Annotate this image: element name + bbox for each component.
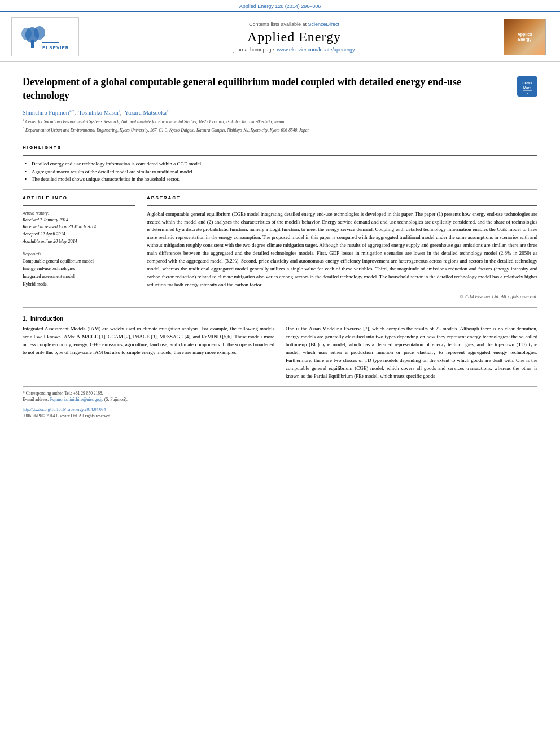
keyword-3: Integrated assessment model	[23, 273, 135, 281]
journal-title-area: Contents lists available at ScienceDirec…	[90, 21, 498, 53]
keywords-section: Keywords: Computable general equilibrium…	[23, 251, 135, 288]
article-info-col: ARTICLE INFO Article history: Received 7…	[23, 195, 135, 299]
citation-text: Applied Energy 128 (2014) 296–306	[239, 3, 321, 9]
keyword-1: Computable general equilibrium model	[23, 257, 135, 265]
keywords-list: Computable general equilibrium model Ene…	[23, 257, 135, 288]
abstract-divider	[147, 205, 537, 206]
crossmark-badge: Cross Mark ✓	[517, 76, 537, 97]
abstract-col: ABSTRACT A global computable general equ…	[147, 195, 537, 299]
date-received: Received 7 January 2014	[23, 217, 135, 224]
highlight-1: Detailed energy end-use technology infor…	[25, 160, 537, 168]
intro-left-text: Integrated Assessment Models (IAM) are w…	[23, 325, 274, 357]
svg-point-3	[21, 28, 32, 40]
highlights-list: Detailed energy end-use technology infor…	[25, 160, 537, 184]
homepage-label: journal homepage:	[233, 47, 275, 53]
crossmark-icon: Cross Mark ✓	[517, 76, 537, 97]
highlight-3: The detailed model shows unique characte…	[25, 176, 537, 184]
highlight-2: Aggregated macro results of the detailed…	[25, 168, 537, 176]
footer-notes: * Corresponding author. Tel.: +81 29 850…	[23, 386, 537, 419]
article-info-abstract-area: ARTICLE INFO Article history: Received 7…	[23, 195, 537, 299]
copyright-line: © 2014 Elsevier Ltd. All rights reserved…	[147, 294, 537, 299]
article-info-label: ARTICLE INFO	[23, 195, 135, 200]
authors-line: Shinichiro Fujimoria,*, Toshihiko Masuia…	[23, 108, 537, 116]
svg-point-2	[34, 26, 45, 40]
abstract-label: ABSTRACT	[147, 195, 537, 200]
paper-title-text: Development of a global computable gener…	[23, 75, 510, 103]
journal-citation: Applied Energy 128 (2014) 296–306	[0, 0, 560, 11]
section-number: 1.	[23, 316, 27, 322]
svg-text:Mark: Mark	[523, 86, 532, 89]
author-3: Yuzuru Matsuoka	[125, 109, 167, 115]
intro-heading: 1. Introduction	[23, 316, 537, 322]
keyword-2: Energy end-use technologies	[23, 265, 135, 273]
abstract-text: A global computable general equilibrium …	[147, 211, 537, 289]
keywords-label: Keywords:	[23, 251, 135, 256]
section-title: Introduction	[30, 316, 63, 322]
content-area: Development of a global computable gener…	[0, 62, 560, 424]
article-history: Article history: Received 7 January 2014…	[23, 211, 135, 246]
affiliation-1: a Center for Social and Environmental Sy…	[23, 117, 537, 125]
footer-doi[interactable]: http://dx.doi.org/10.1016/j.apenergy.201…	[23, 407, 537, 412]
svg-rect-4	[42, 42, 59, 43]
sciencedirect-line: Contents lists available at ScienceDirec…	[90, 21, 498, 27]
journal-header: ELSEVIER Contents lists available at Sci…	[0, 11, 560, 62]
article-info-divider	[23, 205, 135, 206]
star-note: * Corresponding author. Tel.: +81 29 850…	[23, 390, 537, 403]
sciencedirect-link[interactable]: ScienceDirect	[308, 21, 340, 27]
journal-homepage: journal homepage: www.elsevier.com/locat…	[90, 47, 498, 53]
footer-issn: 0306-2619/© 2014 Elsevier Ltd. All right…	[23, 413, 537, 418]
highlights-divider	[23, 155, 537, 156]
journal-badge-area: AppliedEnergy	[504, 19, 549, 55]
keyword-4: Hybrid model	[23, 281, 135, 289]
date-online: Available online 20 May 2014	[23, 238, 135, 246]
highlights-label: HIGHLIGHTS	[23, 145, 537, 150]
elsevier-logo: ELSEVIER	[11, 17, 79, 56]
date-revised: Received in revised form 20 March 2014	[23, 224, 135, 231]
intro-right-text: One is the Asian Modeling Exercise [7], …	[286, 325, 537, 381]
divider-1	[23, 139, 537, 139]
journal-title: Applied Energy	[90, 29, 498, 45]
author-2: Toshihiko Masui	[78, 109, 119, 115]
elsevier-logo-area: ELSEVIER	[11, 17, 85, 56]
introduction-section: 1. Introduction Integrated Assessment Mo…	[23, 316, 537, 381]
email-link[interactable]: Fujimori.shinichiro@nies.go.jp	[50, 397, 103, 402]
elsevier-tree-icon: ELSEVIER	[20, 23, 71, 51]
article-dates: Received 7 January 2014 Received in revi…	[23, 217, 135, 246]
affiliation-2: b Department of Urban and Environmental …	[23, 126, 537, 133]
homepage-url[interactable]: www.elsevier.com/locate/apenergy	[277, 47, 355, 53]
applied-energy-badge: AppliedEnergy	[504, 19, 546, 55]
history-label: Article history:	[23, 211, 135, 216]
svg-text:✓: ✓	[526, 92, 528, 95]
intro-left-col: Integrated Assessment Models (IAM) are w…	[23, 325, 274, 381]
intro-right-col: One is the Asian Modeling Exercise [7], …	[286, 325, 537, 381]
svg-text:ELSEVIER: ELSEVIER	[42, 45, 69, 50]
highlights-bottom-divider	[23, 189, 537, 190]
svg-text:Cross: Cross	[522, 81, 532, 85]
section-divider	[23, 307, 537, 308]
date-accepted: Accepted 22 April 2014	[23, 231, 135, 238]
author-1: Shinichiro Fujimori	[23, 109, 69, 115]
paper-title-area: Development of a global computable gener…	[23, 75, 537, 103]
contents-label: Contents lists available at	[249, 21, 307, 27]
intro-two-col: Integrated Assessment Models (IAM) are w…	[23, 325, 537, 381]
